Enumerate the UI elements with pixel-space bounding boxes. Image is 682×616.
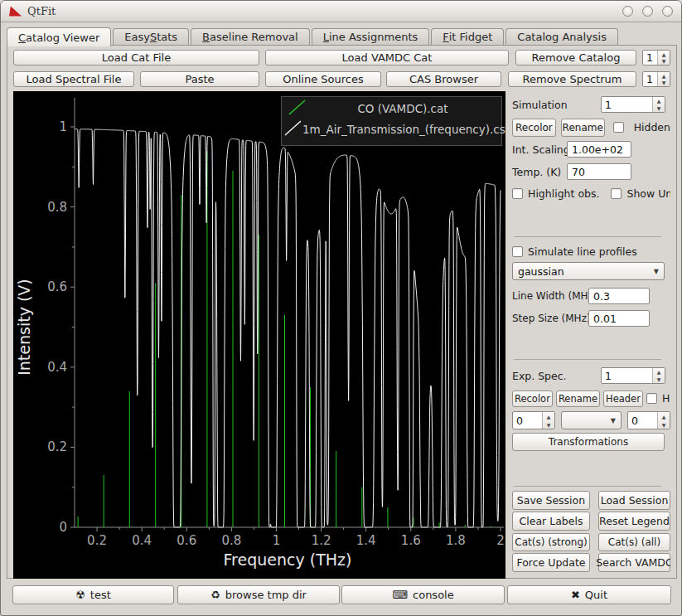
- svg-text:1.8: 1.8: [446, 533, 466, 548]
- spin-down-button[interactable]: ▼: [658, 80, 670, 87]
- load-vamdc-cat-button[interactable]: Load VAMDC Cat: [265, 50, 509, 65]
- cas-browser-button[interactable]: CAS Browser: [386, 71, 501, 87]
- x-axis-label: Frequency (THz): [224, 551, 352, 569]
- shift2-spinner[interactable]: 0 ▲ ▼: [627, 411, 670, 429]
- recolor-spectrum-button[interactable]: Recolor: [512, 390, 553, 407]
- simulation-actions-row: Recolor Rename Hidden: [512, 119, 670, 136]
- maximize-button[interactable]: [642, 6, 653, 17]
- hidden-spectrum-checkbox[interactable]: [646, 393, 657, 404]
- quit-button-label: Quit: [585, 589, 607, 601]
- spinner-value: 1: [643, 51, 657, 65]
- catalog-viewer-page: Load Cat File Load VAMDC Cat Remove Cata…: [7, 45, 677, 579]
- tab-catalog-viewer[interactable]: Catalog Viewer: [7, 27, 111, 46]
- cats-all-button[interactable]: Cat(s) (all): [598, 533, 670, 551]
- load-spectral-file-button[interactable]: Load Spectral File: [13, 71, 134, 87]
- tab-catalog-analysis[interactable]: Catalog Analysis: [505, 28, 618, 45]
- plot-canvas[interactable]: 0.20.40.60.811.21.41.61.8200.20.40.60.81…: [13, 91, 505, 579]
- remove-spectrum-count-spinner[interactable]: 1 ▲ ▼: [642, 71, 670, 87]
- hidden-simulation-checkbox[interactable]: [613, 122, 624, 133]
- y-axis-label: Intensity (V): [15, 279, 33, 376]
- cats-row: Cat(s) (strong) Cat(s) (all): [512, 534, 670, 550]
- spin-up-button[interactable]: ▲: [658, 72, 670, 80]
- spin-up-button[interactable]: ▲: [658, 412, 670, 420]
- titlebar[interactable]: QtFit: [1, 1, 681, 22]
- exp-spec-index-spinner[interactable]: 1 ▲ ▼: [601, 367, 665, 384]
- show-unc-checkbox[interactable]: [611, 188, 622, 199]
- radiation-icon: ☢: [75, 589, 85, 600]
- rename-spectrum-button[interactable]: Rename: [556, 390, 600, 407]
- browse-tmp-dir-button[interactable]: ♻ browse tmp dir: [177, 585, 340, 604]
- shift-controls-row: 0 ▲ ▼ ▼ 0 ▲ ▼: [512, 411, 670, 429]
- temperature-field[interactable]: 70: [567, 163, 631, 180]
- spin-down-button[interactable]: ▼: [658, 420, 670, 429]
- transform-type-dropdown[interactable]: ▼: [561, 411, 622, 429]
- load-session-button[interactable]: Load Session: [598, 491, 670, 510]
- spin-down-button[interactable]: ▼: [658, 58, 670, 65]
- search-vamdc-button[interactable]: Search VAMDC: [598, 553, 670, 572]
- test-button[interactable]: ☢ test: [12, 585, 174, 604]
- line-width-field[interactable]: 0.3: [588, 288, 650, 304]
- console-button[interactable]: ⌨ console: [341, 585, 505, 604]
- reset-legend-button[interactable]: Reset Legend: [598, 512, 670, 531]
- remove-spectrum-button[interactable]: Remove Spectrum: [508, 71, 636, 87]
- cats-strong-button[interactable]: Cat(s) (strong): [512, 533, 590, 551]
- shift-spinner[interactable]: 0 ▲ ▼: [512, 411, 555, 429]
- tab-easy-stats[interactable]: Easy Stats: [113, 28, 189, 45]
- update-row: Force Update Search VAMDC: [512, 555, 670, 570]
- int-scaling-row: Int. Scaling 1.00e+02: [512, 141, 670, 158]
- save-session-button[interactable]: Save Session: [512, 491, 590, 510]
- simulation-panel: Simulation 1 ▲ ▼ Recolor Rename Hidden I…: [512, 91, 670, 579]
- close-button[interactable]: [662, 6, 673, 17]
- remove-catalog-button[interactable]: Remove Catalog: [515, 50, 636, 65]
- line-width-row: Line Width (MHz) 0.3: [512, 288, 670, 304]
- separator: [514, 236, 661, 237]
- spin-up-button[interactable]: ▲: [543, 412, 554, 420]
- tab-line-assignments[interactable]: Line Assignments: [312, 28, 430, 45]
- test-button-label: test: [90, 589, 111, 601]
- highlight-obs-checkbox[interactable]: [512, 188, 523, 199]
- quit-button[interactable]: ✖ Quit: [507, 585, 671, 604]
- paste-button[interactable]: Paste: [140, 71, 259, 87]
- remove-catalog-count-spinner[interactable]: 1 ▲ ▼: [642, 50, 670, 65]
- simulation-label: Simulation: [512, 99, 568, 111]
- tab-fit-fidget[interactable]: Fit Fidget: [431, 28, 504, 45]
- hidden-spectrum-label: Hidden: [662, 392, 670, 405]
- show-unc-label: Show Unc.: [626, 187, 670, 200]
- clear-labels-button[interactable]: Clear Labels: [512, 512, 590, 531]
- plot-legend[interactable]: CO (VAMDC).cat1m_Air_Transmission_(frequ…: [282, 97, 506, 146]
- spin-down-button[interactable]: ▼: [653, 376, 665, 383]
- rename-simulation-button[interactable]: Rename: [561, 119, 605, 137]
- transformations-button[interactable]: Transformations: [512, 433, 665, 451]
- window-controls: [622, 6, 673, 17]
- step-size-field[interactable]: 0.01: [588, 310, 650, 327]
- load-cat-file-button[interactable]: Load Cat File: [13, 50, 259, 65]
- header-button[interactable]: Header: [603, 390, 643, 407]
- step-size-label: Step Size (MHz): [512, 313, 588, 324]
- profile-type-row: gaussian ▼: [512, 262, 670, 280]
- profile-type-dropdown[interactable]: gaussian ▼: [512, 262, 665, 280]
- simulate-line-profiles-checkbox[interactable]: [512, 246, 523, 257]
- spin-up-button[interactable]: ▲: [653, 368, 665, 376]
- spin-up-button[interactable]: ▲: [653, 97, 665, 104]
- svg-text:0.4: 0.4: [47, 360, 67, 375]
- spin-down-button[interactable]: ▼: [543, 420, 554, 429]
- svg-text:0: 0: [59, 520, 67, 535]
- spin-up-button[interactable]: ▲: [658, 51, 670, 58]
- int-scaling-field[interactable]: 1.00e+02: [567, 141, 631, 158]
- minimize-button[interactable]: [622, 6, 633, 17]
- recolor-simulation-button[interactable]: Recolor: [512, 119, 556, 137]
- spectrum-plot[interactable]: 0.20.40.60.811.21.41.61.8200.20.40.60.81…: [13, 91, 505, 579]
- browse-tmp-dir-label: browse tmp dir: [225, 589, 307, 601]
- legend-co-label: CO (VAMDC).cat: [357, 102, 447, 115]
- svg-text:1: 1: [59, 119, 67, 134]
- temperature-row: Temp. (K) 70: [512, 163, 670, 180]
- simulation-index-spinner[interactable]: 1 ▲ ▼: [601, 96, 665, 113]
- spin-down-button[interactable]: ▼: [653, 104, 665, 112]
- simulate-profiles-row: Simulate line profiles: [512, 245, 670, 258]
- simulate-line-profiles-label: Simulate line profiles: [528, 245, 637, 258]
- tab-baseline-removal[interactable]: Baseline Removal: [191, 28, 310, 45]
- online-sources-button[interactable]: Online Sources: [265, 71, 381, 87]
- force-update-button[interactable]: Force Update: [512, 553, 590, 572]
- highlight-obs-label: Highlight obs.: [528, 187, 599, 200]
- chevron-down-icon: ▼: [654, 268, 659, 275]
